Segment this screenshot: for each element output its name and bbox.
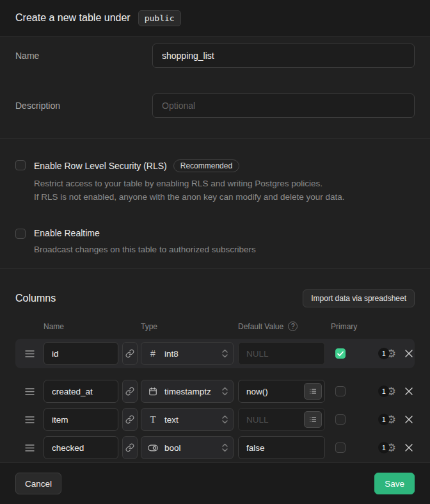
- delete-column-icon[interactable]: [404, 415, 413, 424]
- delete-column-icon[interactable]: [404, 387, 413, 396]
- help-icon[interactable]: [288, 321, 298, 331]
- toggle-icon: [148, 444, 158, 451]
- column-type-value: bool: [164, 443, 181, 453]
- column-name-input[interactable]: [44, 380, 118, 403]
- delete-column-icon[interactable]: [404, 349, 413, 358]
- calendar-icon: [148, 387, 158, 396]
- save-button[interactable]: Save: [374, 473, 415, 494]
- settings-count-badge: 1: [378, 348, 390, 359]
- create-table-dialog: Create a new table under public Name Des…: [0, 0, 430, 504]
- column-row-highlight: # int8 1 ⚙: [15, 339, 415, 368]
- recommended-badge: Recommended: [173, 159, 239, 172]
- chevron-up-down-icon: [221, 349, 228, 358]
- rls-description: Restrict access to your table by enablin…: [34, 177, 345, 204]
- column-row: T text 1 ⚙: [15, 405, 415, 434]
- rls-label: Enable Row Level Security (RLS): [34, 161, 167, 171]
- column-name-input[interactable]: [44, 342, 118, 365]
- header-primary: Primary: [331, 322, 346, 331]
- rls-text: Enable Row Level Security (RLS) Recommen…: [34, 159, 345, 204]
- column-row: timestamptz 1 ⚙: [15, 377, 415, 405]
- rls-toggle-block: Enable Row Level Security (RLS) Recommen…: [15, 159, 415, 204]
- text-type-icon: T: [148, 414, 158, 425]
- column-type-value: timestamptz: [164, 387, 211, 396]
- column-default-input[interactable]: [238, 436, 325, 459]
- primary-key-checkbox[interactable]: [335, 443, 346, 453]
- primary-key-checkbox[interactable]: [335, 414, 346, 425]
- drag-handle-icon[interactable]: [15, 350, 44, 358]
- realtime-text: Enable Realtime Broadcast changes on thi…: [34, 228, 256, 256]
- chevron-up-down-icon: [221, 387, 228, 396]
- column-default-input[interactable]: [238, 342, 325, 365]
- default-suggestions-icon[interactable]: [304, 411, 322, 428]
- primary-key-checkbox[interactable]: [335, 386, 346, 396]
- default-suggestions-icon[interactable]: [304, 383, 322, 400]
- column-type-select[interactable]: # int8: [141, 342, 234, 365]
- header-type: Type: [141, 322, 234, 331]
- column-name-input[interactable]: [44, 408, 118, 431]
- primary-key-checkbox[interactable]: [335, 348, 346, 359]
- foreign-key-link-icon[interactable]: [122, 436, 138, 459]
- delete-column-icon[interactable]: [404, 443, 413, 452]
- description-label: Description: [15, 93, 152, 118]
- column-row: # int8 1 ⚙: [15, 339, 415, 368]
- columns-title: Columns: [15, 293, 56, 304]
- import-spreadsheet-button[interactable]: Import data via spreadsheet: [303, 289, 415, 307]
- name-label: Name: [15, 44, 152, 68]
- drag-handle-icon[interactable]: [15, 416, 44, 424]
- dialog-title: Create a new table under: [15, 12, 131, 24]
- realtime-label: Enable Realtime: [34, 228, 100, 238]
- foreign-key-link-icon[interactable]: [122, 408, 138, 431]
- column-type-value: text: [164, 415, 179, 425]
- description-field-row: Description: [15, 93, 415, 118]
- settings-count-badge: 1: [378, 442, 390, 453]
- columns-section: Columns Import data via spreadsheet Name…: [0, 269, 430, 463]
- column-type-select[interactable]: bool: [141, 436, 234, 459]
- name-field-row: Name: [15, 44, 415, 68]
- column-type-select[interactable]: T text: [141, 408, 234, 431]
- settings-count-badge: 1: [378, 386, 390, 397]
- header-default-value: Default Value: [238, 322, 283, 331]
- schema-badge: public: [138, 10, 181, 26]
- column-type-value: int8: [164, 349, 179, 359]
- rls-checkbox[interactable]: [15, 160, 26, 170]
- table-description-input[interactable]: [152, 93, 415, 118]
- drag-handle-icon[interactable]: [15, 387, 44, 396]
- foreign-key-link-icon[interactable]: [122, 380, 138, 403]
- table-name-input[interactable]: [152, 44, 415, 68]
- column-row: bool 1 ⚙: [15, 434, 415, 462]
- realtime-description: Broadcast changes on this table to autho…: [34, 243, 256, 256]
- drag-handle-icon[interactable]: [15, 444, 44, 452]
- chevron-up-down-icon: [221, 443, 228, 452]
- hash-icon: #: [148, 348, 158, 359]
- settings-count-badge: 1: [378, 414, 390, 425]
- columns-table-headers: Name Type Default Value Primary: [15, 321, 415, 331]
- cancel-button[interactable]: Cancel: [15, 473, 61, 494]
- header-name: Name: [44, 322, 118, 331]
- realtime-checkbox[interactable]: [15, 229, 26, 239]
- column-name-input[interactable]: [44, 436, 118, 459]
- table-details-section: Name Description: [0, 37, 430, 139]
- chevron-up-down-icon: [221, 415, 228, 424]
- column-type-select[interactable]: timestamptz: [141, 380, 234, 403]
- realtime-toggle-block: Enable Realtime Broadcast changes on thi…: [15, 228, 415, 256]
- table-options-section: Enable Row Level Security (RLS) Recommen…: [0, 139, 430, 269]
- dialog-header: Create a new table under public: [0, 0, 430, 37]
- foreign-key-link-icon[interactable]: [122, 342, 138, 365]
- dialog-footer: Cancel Save: [0, 463, 430, 504]
